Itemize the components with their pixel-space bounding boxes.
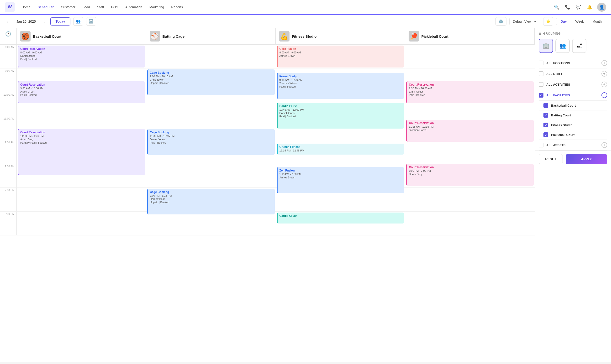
prev-date-button[interactable]: ‹ [5, 18, 10, 25]
all-positions-add-button[interactable]: + [601, 60, 607, 66]
apply-button[interactable]: APPLY [566, 154, 607, 164]
fitness-studio-checkbox[interactable]: ✓ [544, 123, 548, 127]
event-court-reservation-3[interactable]: Court Reservation 11:30 PM - 1:30 PM Ada… [18, 129, 145, 175]
hour-row [17, 212, 146, 235]
batting-court-checkbox[interactable]: ✓ [544, 113, 548, 117]
filter-settings-button[interactable]: ⚙️ [495, 17, 506, 26]
grouping-asset-button[interactable]: 🛋 [572, 39, 586, 53]
logo[interactable]: W [5, 2, 15, 12]
event-pickleball-reservation-1[interactable]: Court Reservation 9:30 AM - 10:30 AM Emi… [406, 81, 534, 103]
column-header-basketball: 🏀 Basketball Court [17, 28, 146, 44]
today-button[interactable]: Today [50, 17, 70, 26]
event-power-sculpt[interactable]: Power Sculpt 9:15 AM - 10:30 AM Thomas W… [277, 73, 404, 99]
tab-month[interactable]: Month [588, 18, 606, 25]
all-assets-label: ALL ASSETS [546, 143, 598, 147]
time-gutter-header: 🕐 [0, 28, 17, 44]
toolbar: ‹ Jan 10, 2025 › Today 👥 🔄 ⚙️ Default Vi… [0, 15, 611, 28]
event-cardio-crush-2[interactable]: Cardio Crush [277, 212, 404, 223]
nav-automation[interactable]: Automation [125, 4, 142, 10]
event-court-reservation-2[interactable]: Court Reservation 9:30 AM - 10:30 AM Aid… [18, 81, 145, 103]
hour-row [405, 45, 535, 68]
nav-items: Home Scheduler Customer Lead Staff POS A… [22, 4, 553, 10]
all-positions-checkbox[interactable] [539, 61, 544, 65]
chevron-down-icon: ▼ [533, 20, 537, 23]
avatar[interactable]: 👤 [597, 3, 606, 12]
column-header-batting: ⚾ Batting Cage [146, 28, 276, 44]
all-activities-checkbox[interactable] [539, 82, 544, 87]
view-dropdown[interactable]: Default View ▼ [509, 18, 540, 25]
add-person-button[interactable]: 👥 [73, 17, 83, 26]
next-date-button[interactable]: › [42, 18, 47, 25]
notification-icon[interactable]: 🔔 [586, 4, 593, 11]
event-cage-booking-2[interactable]: Cage Booking 11:30 AM - 12:45 PM Daniel … [147, 129, 275, 155]
nav-lead[interactable]: Lead [83, 4, 90, 10]
event-crunch-fitness[interactable]: Crunch Fitness 12:15 PM - 12:45 PM [277, 143, 404, 155]
grouping-facility-button[interactable]: 🏢 [539, 39, 553, 53]
all-facilities-minus-button[interactable]: − [601, 92, 607, 98]
tab-week[interactable]: Week [571, 18, 588, 25]
filter-fitness-studio: ✓ Fitness Studio [539, 120, 607, 130]
batting-cage-column: Cage Booking 9:00 AM - 10:15 AM Chris Ta… [146, 45, 276, 235]
batting-court-label: Batting Court [551, 114, 607, 117]
tab-day[interactable]: Day [556, 18, 571, 25]
time-grid: 8:00 AM 9:00 AM 10:00 AM 11:00 AM 12:00 … [0, 45, 535, 235]
event-pickleball-reservation-3[interactable]: Court Reservation 1:00 PM - 2:00 PM Dere… [406, 164, 534, 186]
all-staff-add-button[interactable]: + [601, 71, 607, 77]
fitness-studio-image: 💪 [279, 31, 290, 41]
time-slot-12pm: 12:00 PM [0, 140, 17, 164]
sidebar-footer: RESET APPLY [535, 151, 611, 168]
refresh-button[interactable]: 🔄 [86, 17, 96, 26]
pickleball-court-column: Court Reservation 9:30 AM - 10:30 AM Emi… [405, 45, 535, 235]
event-court-reservation-1[interactable]: Court Reservation 8:00 AM - 9:00 AM Dani… [18, 46, 145, 67]
event-cage-booking-3[interactable]: Cage Booking 2:00 PM - 3:15 PM Herbert B… [147, 189, 275, 214]
column-header-pickleball: 🏓 Pickleball Court [405, 28, 535, 44]
nav-reports[interactable]: Reports [171, 4, 183, 10]
basketball-court-checkbox[interactable]: ✓ [544, 103, 548, 108]
phone-icon[interactable]: 📞 [564, 4, 571, 11]
all-assets-add-button[interactable]: + [601, 142, 607, 148]
pickleball-court-checkbox[interactable]: ✓ [544, 132, 548, 137]
grouping-staff-button[interactable]: 👥 [555, 39, 570, 53]
date-navigation: ‹ Jan 10, 2025 › [5, 18, 48, 25]
all-facilities-checkbox[interactable]: ✓ [539, 93, 544, 98]
whatsapp-icon[interactable]: 💬 [575, 4, 582, 11]
data-columns: Court Reservation 8:00 AM - 9:00 AM Dani… [17, 45, 535, 235]
star-button[interactable]: ⭐ [543, 17, 553, 26]
all-assets-checkbox[interactable] [539, 143, 544, 147]
hour-row [405, 140, 535, 164]
nav-scheduler[interactable]: Scheduler [38, 4, 54, 10]
filter-all-staff: ALL STAFF + [539, 68, 607, 79]
hour-row [405, 188, 535, 212]
all-staff-label: ALL STAFF [546, 72, 598, 76]
filter-batting-court: ✓ Batting Court [539, 110, 607, 120]
filter-icon: ⚙️ [499, 19, 503, 24]
nav-customer[interactable]: Customer [61, 4, 75, 10]
event-cage-booking-1[interactable]: Cage Booking 9:00 AM - 10:15 AM Chris Ta… [147, 69, 275, 95]
column-headers: 🕐 🏀 Basketball Court ⚾ Batting Cage 💪 [0, 28, 535, 45]
reset-button[interactable]: RESET [539, 154, 563, 164]
nav-staff[interactable]: Staff [97, 4, 104, 10]
view-tabs: Day Week Month [556, 18, 606, 25]
event-zen-fusion[interactable]: Zen Fusion 1:15 PM - 2:30 PM James Brown [277, 167, 404, 193]
all-staff-checkbox[interactable] [539, 71, 544, 76]
nav-actions: 🔍 📞 💬 🔔 👤 [553, 3, 606, 12]
batting-cage-title: Batting Cage [162, 34, 185, 39]
nav-home[interactable]: Home [22, 4, 30, 10]
filter-pickleball-court: ✓ Pickleball Court [539, 130, 607, 140]
search-icon[interactable]: 🔍 [553, 4, 560, 11]
event-pickleball-reservation-2[interactable]: Court Reservation 11:15 AM - 12:15 PM St… [406, 120, 534, 142]
all-activities-add-button[interactable]: + [601, 82, 607, 87]
main-layout: 🕐 🏀 Basketball Court ⚾ Batting Cage 💪 [0, 28, 611, 362]
nav-pos[interactable]: POS [111, 4, 118, 10]
basketball-court-column: Court Reservation 8:00 AM - 9:00 AM Dani… [17, 45, 146, 235]
calendar-area: 🕐 🏀 Basketball Court ⚾ Batting Cage 💪 [0, 28, 535, 362]
couch-icon: 🛋 [577, 43, 582, 49]
event-cardio-crush[interactable]: Cardio Crush 10:45 AM - 12:00 PM Daniel … [277, 103, 404, 129]
nav-marketing[interactable]: Marketing [149, 4, 164, 10]
top-nav: W Home Scheduler Customer Lead Staff POS… [0, 0, 611, 15]
time-slot-11am: 11:00 AM [0, 116, 17, 140]
grouping-icons: 🏢 👥 🛋 [539, 39, 607, 53]
fitness-studio-title: Fitness Studio [292, 34, 317, 39]
event-core-fusion[interactable]: Core Fusion 8:00 AM - 9:00 AM James Brow… [277, 46, 404, 67]
fitness-studio-column: Core Fusion 8:00 AM - 9:00 AM James Brow… [276, 45, 406, 235]
